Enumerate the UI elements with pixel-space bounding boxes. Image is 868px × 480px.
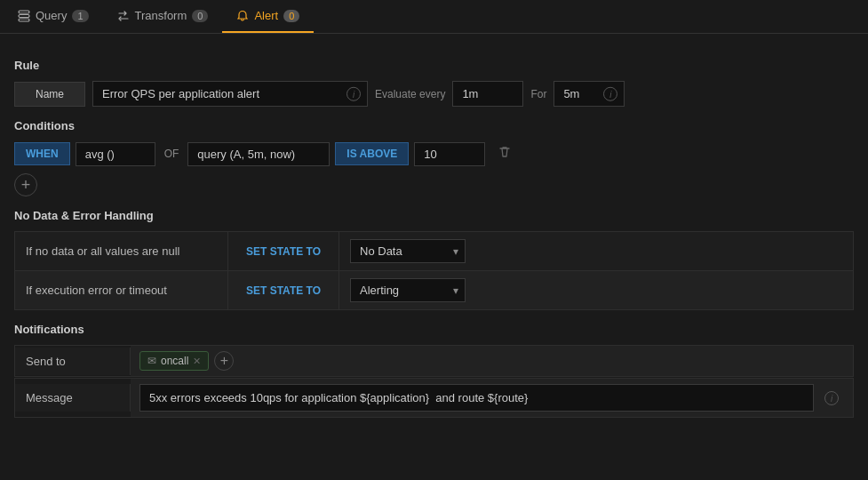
- add-condition-button[interactable]: +: [14, 173, 37, 196]
- handling-row-1: If no data or all values are null SET ST…: [15, 232, 854, 271]
- handling-row-2: If execution error or timeout SET STATE …: [15, 271, 854, 310]
- send-to-row: Send to ✉ oncall ✕ +: [14, 345, 854, 377]
- message-input[interactable]: [139, 384, 814, 412]
- for-info-icon: i: [603, 86, 617, 101]
- rule-title: Rule: [14, 59, 854, 72]
- exec-error-set-state-cell: SET STATE TO: [228, 271, 339, 310]
- add-notification-button[interactable]: +: [214, 351, 234, 371]
- no-data-state-select[interactable]: No Data Alerting Keep Last State OK: [350, 239, 466, 263]
- conditions-title: Conditions: [14, 119, 854, 132]
- send-to-value: ✉ oncall ✕ +: [131, 346, 853, 376]
- oncall-tag: ✉ oncall ✕: [139, 351, 209, 371]
- send-to-label: Send to: [15, 348, 131, 375]
- notifications-section: Notifications: [14, 323, 854, 336]
- name-input[interactable]: [92, 81, 368, 107]
- no-data-section: No Data & Error Handling: [14, 209, 854, 222]
- database-icon: [18, 10, 30, 22]
- threshold-input[interactable]: [414, 142, 485, 166]
- mail-icon: ✉: [147, 355, 156, 367]
- no-data-select-cell: No Data Alerting Keep Last State OK: [339, 232, 854, 271]
- handling-table: If no data or all values are null SET ST…: [14, 231, 854, 310]
- exec-error-set-state-label: SET STATE TO: [239, 284, 328, 297]
- no-data-set-state-cell: SET STATE TO: [228, 232, 339, 271]
- tab-bar: Query 1 Transform 0 Alert 0: [0, 0, 868, 34]
- no-data-title: No Data & Error Handling: [14, 209, 854, 222]
- evaluate-label: Evaluate every: [375, 88, 445, 100]
- tab-query-label: Query: [36, 9, 67, 22]
- message-info-button[interactable]: i: [819, 388, 844, 408]
- rule-section: Rule: [14, 59, 854, 72]
- tab-query-badge: 1: [72, 10, 88, 22]
- remove-oncall-button[interactable]: ✕: [193, 356, 201, 367]
- condition-row-1: WHEN OF IS ABOVE: [14, 141, 854, 166]
- exec-error-description: If execution error or timeout: [15, 271, 228, 310]
- tab-alert[interactable]: Alert 0: [222, 0, 314, 33]
- is-above-button[interactable]: IS ABOVE: [335, 142, 409, 165]
- alert-content: Rule Name i Evaluate every For i Conditi…: [0, 34, 868, 430]
- conditions-section: Conditions: [14, 119, 854, 132]
- message-value-cell: i: [131, 379, 853, 417]
- query-input[interactable]: [187, 142, 330, 166]
- notifications-title: Notifications: [14, 323, 854, 336]
- tab-alert-badge: 0: [283, 10, 299, 22]
- name-info-icon: i: [346, 86, 361, 101]
- tab-alert-label: Alert: [254, 9, 278, 22]
- tab-transform[interactable]: Transform 0: [103, 0, 223, 33]
- no-data-select-wrapper: No Data Alerting Keep Last State OK: [350, 239, 466, 263]
- of-label: OF: [161, 148, 183, 160]
- rule-form-row: Name i Evaluate every For i: [14, 81, 854, 107]
- for-label: For: [530, 88, 546, 100]
- add-condition-row: +: [14, 173, 854, 196]
- svg-rect-0: [19, 11, 29, 13]
- message-row: Message i: [14, 378, 854, 418]
- tab-transform-label: Transform: [135, 9, 187, 22]
- tab-transform-badge: 0: [192, 10, 208, 22]
- no-data-set-state-label: SET STATE TO: [239, 245, 328, 258]
- exec-error-select-cell: Alerting No Data Keep Last State OK: [339, 271, 854, 310]
- message-label: Message: [15, 384, 131, 412]
- oncall-label: oncall: [161, 355, 188, 367]
- when-tag: WHEN: [14, 142, 70, 165]
- transform-icon: [117, 10, 130, 22]
- exec-error-state-select[interactable]: Alerting No Data Keep Last State OK: [350, 278, 466, 302]
- svg-rect-2: [19, 19, 29, 21]
- bell-icon: [236, 10, 249, 22]
- func-input[interactable]: [76, 142, 155, 166]
- svg-rect-1: [19, 14, 29, 17]
- tab-query[interactable]: Query 1: [4, 0, 103, 33]
- delete-condition-button[interactable]: [490, 141, 519, 166]
- name-label: Name: [14, 82, 85, 107]
- evaluate-input[interactable]: [452, 81, 523, 107]
- exec-error-select-wrapper: Alerting No Data Keep Last State OK: [350, 278, 466, 302]
- no-data-description: If no data or all values are null: [15, 232, 228, 271]
